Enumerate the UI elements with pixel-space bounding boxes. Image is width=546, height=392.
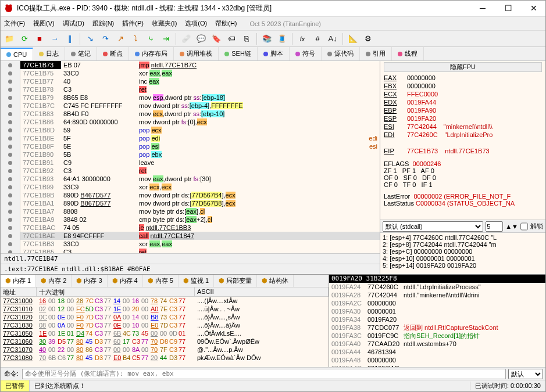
disasm-row[interactable]: 77CE1B798B65 E8mov esp,dword ptr ss:[ebp…: [1, 93, 380, 102]
dump-tab[interactable]: ⬢ 内存 4: [108, 275, 143, 287]
cmd-input[interactable]: [22, 369, 506, 379]
disasm-row[interactable]: 77CE1B9B890D B467D577mov dword ptr ds:[7…: [1, 191, 380, 199]
dump-tab[interactable]: ⬢ 监视 1: [179, 275, 214, 287]
flags-grid: ZF 1 PF 1 AF 0 OF 0 SF 0 DF 0 CF 0 TF 0 …: [384, 167, 542, 188]
disasm-row[interactable]: 77CE1BB5C3ret: [1, 248, 380, 253]
cmd-preset[interactable]: 默认: [508, 369, 543, 379]
arg-count-input[interactable]: [486, 221, 503, 232]
disassembly-view[interactable]: EIP 77CE1B73EB 07jmp ntdll.77CE1B7C77CE1…: [1, 61, 380, 253]
dump-tab[interactable]: ⬢ 结构体: [257, 275, 294, 287]
disasm-row[interactable]: 77CE1BA93848 02cmp byte ptr ds:[eax+2],c…: [1, 215, 380, 224]
disasm-row[interactable]: 77CE1B905Bpop ebx: [1, 150, 380, 159]
disasm-row[interactable]: 77CE1B8664:890D 00000000mov dword ptr fs…: [1, 118, 380, 126]
trace-into-icon[interactable]: ⤵: [129, 33, 142, 45]
tab-断点[interactable]: 断点: [97, 47, 129, 60]
titlebar: ICO提取工具.exe - PID: 3940 - 模块: ntdll.dll …: [1, 1, 545, 17]
info-line-2: .text:77CE1BAE ntdll.dll:$B1BAE #B0FAE: [1, 264, 380, 274]
dump-tab[interactable]: ⬢ 内存 2: [36, 275, 72, 287]
tab-引用[interactable]: 引用: [360, 47, 392, 60]
trace-over-icon[interactable]: ⤷: [144, 33, 157, 45]
tab-SEH链[interactable]: SEH链: [219, 47, 258, 60]
disasm-row[interactable]: 77CE1B92C3ret: [1, 167, 380, 175]
tab-内存布局[interactable]: 内存布局: [129, 47, 174, 60]
window-title: ICO提取工具.exe - PID: 3940 - 模块: ntdll.dll …: [17, 3, 474, 13]
dump-body[interactable]: 77C3100016001800287CC377140016007874C377…: [1, 297, 329, 367]
dump-header: 地址 十六进制 ASCII: [1, 287, 329, 297]
menu-fav[interactable]: 收藏夹(I): [152, 19, 177, 28]
hide-fpu-button[interactable]: 隐藏FPU: [384, 62, 542, 72]
bookmark-icon[interactable]: 🔖: [210, 33, 223, 45]
disasm-row[interactable]: 77CE1B8E5Fpop ediedi: [1, 134, 380, 142]
modules-icon[interactable]: 📚: [260, 33, 273, 45]
tab-调用堆栈[interactable]: 调用堆栈: [174, 47, 219, 60]
lasterror-value: 00000002 (ERROR_FILE_NOT_F: [413, 193, 511, 200]
tab-日志[interactable]: 日志: [33, 47, 65, 60]
dump-tab[interactable]: ⬢ 内存 3: [72, 275, 107, 287]
close-button[interactable]: ✕: [526, 3, 542, 15]
callconv-select[interactable]: 默认 (stdcall): [383, 221, 483, 232]
dump-tab[interactable]: ⬢ 局部变量: [214, 275, 257, 287]
patch-icon[interactable]: 🩹: [180, 33, 192, 45]
disasm-row[interactable]: 77CE1BA1890D B867D577mov dword ptr ds:[7…: [1, 199, 380, 207]
disasm-row[interactable]: 77CE1B91C9leave: [1, 159, 380, 167]
pause-icon[interactable]: ‖: [63, 33, 76, 45]
disasm-row[interactable]: 77CE1B7533C0xor eax,eax: [1, 69, 380, 77]
register-panel[interactable]: 隐藏FPU EAX00000000EBX00000000ECXFFEC0000E…: [380, 61, 545, 220]
info-line-1: ntdll.77CE1B47: [1, 253, 380, 264]
menu-options[interactable]: 选项(O): [185, 19, 207, 28]
hash-icon[interactable]: #: [311, 33, 324, 45]
command-bar: 命令: 默认: [1, 367, 545, 380]
settings-icon[interactable]: ⚙: [362, 33, 374, 45]
disasm-row[interactable]: 77CE1B9364:A1 30000000mov eax,dword ptr …: [1, 175, 380, 183]
lock-checkbox[interactable]: [520, 221, 528, 232]
goto-icon[interactable]: ⎘: [240, 33, 253, 45]
disasm-row[interactable]: 77CE1B8D59pop ecx: [1, 126, 380, 134]
tab-笔记[interactable]: 笔记: [65, 47, 97, 60]
disasm-row[interactable]: 77CE1B78C3ret: [1, 85, 380, 93]
disasm-row[interactable]: 77CE1B73EB 07jmp ntdll.77CE1B7C: [1, 61, 380, 69]
dump-tab[interactable]: ⬢ 内存 1: [1, 275, 36, 287]
disasm-row[interactable]: 77CE1B838B4D F0mov ecx,dword ptr ss:[ebp…: [1, 110, 380, 118]
menu-help[interactable]: 帮助(H): [215, 19, 237, 28]
step-out-icon[interactable]: ↗: [114, 33, 127, 45]
restart-icon[interactable]: ⟳: [18, 33, 31, 45]
calc-icon[interactable]: 📐: [347, 33, 359, 45]
menu-debug[interactable]: 调试(D): [63, 19, 84, 28]
disasm-row[interactable]: 77CE1B8F5Epop esiesi: [1, 142, 380, 150]
view-tabs: CPU日志笔记断点内存布局调用堆栈SEH链脚本符号源代码引用线程: [1, 47, 545, 61]
lock-label: 解锁: [530, 222, 543, 231]
maximize-button[interactable]: ☐: [500, 3, 516, 15]
toolbar: 📁 ⟳ ■ → ‖ ↘ ↷ ↗ ⤵ ⤷ ⇥ 🩹 💬 🔖 🏷 ⎘ 📚 🧵 fx #…: [1, 31, 545, 47]
minimize-button[interactable]: ─: [474, 3, 491, 15]
disasm-row[interactable]: 77CE1B7740inc eax: [1, 77, 380, 85]
menu-file[interactable]: 文件(F): [4, 19, 25, 28]
disasm-row[interactable]: 77CE1B7CC745 FC FEFFFFFFmov dword ptr ss…: [1, 102, 380, 110]
font-icon[interactable]: A↓: [326, 33, 339, 45]
tab-符号[interactable]: 符号: [290, 47, 322, 60]
comment-icon[interactable]: 💬: [195, 33, 208, 45]
run-icon[interactable]: →: [48, 33, 61, 45]
fx-icon[interactable]: fx: [296, 33, 309, 45]
threads-icon[interactable]: 🧵: [276, 33, 288, 45]
disasm-row[interactable]: 77CE1BB333C0xor eax,eax: [1, 240, 380, 248]
args-panel[interactable]: 1: [esp+4] 77C4260C ntdll.77C4260C "L2: …: [380, 232, 545, 274]
label-icon[interactable]: 🏷: [225, 33, 238, 45]
step-into-icon[interactable]: ↘: [84, 33, 97, 45]
menu-view[interactable]: 视图(V): [33, 19, 55, 28]
tab-源代码[interactable]: 源代码: [322, 47, 360, 60]
stack-body[interactable]: 0019FA2477C4260Cntdll."LdrpInitializePro…: [329, 283, 545, 367]
tab-CPU[interactable]: CPU: [1, 48, 33, 60]
disasm-row[interactable]: 77CE1BAC74 05je ntdll.77CE1BB3: [1, 224, 380, 232]
run-to-icon[interactable]: ⇥: [159, 33, 172, 45]
tab-脚本[interactable]: 脚本: [258, 47, 290, 60]
tab-线程[interactable]: 线程: [392, 47, 424, 60]
step-over-icon[interactable]: ↷: [99, 33, 112, 45]
stop-icon[interactable]: ■: [33, 33, 46, 45]
disasm-row[interactable]: 77CE1BA78808mov byte ptr ds:[eax],cl: [1, 207, 380, 215]
menu-plugin[interactable]: 插件(P): [122, 19, 144, 28]
menu-trace[interactable]: 跟踪(N): [92, 19, 114, 28]
open-icon[interactable]: 📁: [3, 33, 16, 45]
dump-tab[interactable]: ⬢ 内存 5: [143, 275, 179, 287]
disasm-row[interactable]: 77CE1BAEE8 94FCFFFFcall ntdll.77CE1847: [1, 232, 380, 240]
disasm-row[interactable]: 77CE1B9933C9xor ecx,ecx: [1, 183, 380, 191]
